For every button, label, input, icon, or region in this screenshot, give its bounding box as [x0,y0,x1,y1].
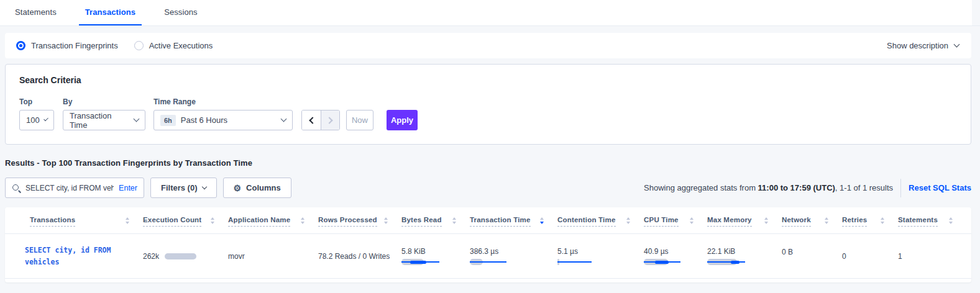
column-header-cpu-time[interactable]: CPU Time [644,216,707,233]
chevron-down-icon [954,42,960,48]
search-icon [12,184,21,192]
table-header-row: Transactions Execution Count Application… [5,207,971,234]
column-header-bytes-read[interactable]: Bytes Read [401,216,470,233]
apply-button[interactable]: Apply [387,110,418,130]
column-header-execution-count[interactable]: Execution Count [143,216,228,233]
view-toggle-panel: Transaction Fingerprints Active Executio… [5,33,971,58]
by-select[interactable]: Transaction Time [63,110,145,130]
time-range-value: Past 6 Hours [181,115,227,125]
by-field: By Transaction Time [63,97,145,130]
chevron-down-icon [201,184,206,189]
search-box[interactable]: Enter [5,178,144,198]
cell-contention-time: 5.1 µs [557,247,644,265]
column-header-retries[interactable]: Retries [842,216,898,233]
aggregated-stats-area: Showing aggregated stats from 11:00 to 1… [644,179,971,197]
view-toggle-group: Transaction Fingerprints Active Executio… [16,41,213,50]
chevron-left-icon [309,117,316,124]
top-label: Top [19,97,54,106]
sort-arrows-icon[interactable] [540,216,544,224]
by-label: By [63,97,145,106]
reset-sql-stats-link[interactable]: Reset SQL Stats [909,183,971,192]
sort-arrows-icon[interactable] [384,216,388,224]
chevron-down-icon [44,117,48,122]
tab-transactions[interactable]: Transactions [79,0,142,25]
cell-application-name: movr [228,251,318,261]
table-row: SELECT city, id FROMvehicles 262k movr 7… [5,234,971,279]
transaction-time-bar [470,259,506,265]
sort-arrows-icon[interactable] [949,216,953,224]
aggregated-stats-text: Showing aggregated stats from 11:00 to 1… [644,183,893,192]
results-heading: Results - Top 100 Transaction Fingerprin… [5,158,971,168]
cell-execution-count: 262k [143,252,228,261]
radio-label: Transaction Fingerprints [31,41,118,50]
cell-rows-processed: 78.2 Reads / 0 Writes [318,251,401,261]
column-header-rows-processed[interactable]: Rows Processed [318,216,401,233]
previous-time-window-button[interactable] [302,110,321,130]
chevron-down-icon [281,116,287,122]
columns-label: Columns [246,183,281,192]
columns-button[interactable]: ⚙ Columns [223,178,291,198]
search-criteria-panel: Search Criteria Top 100 By Transaction T… [5,64,971,145]
radio-unselected-icon [134,41,144,50]
cell-transaction-time: 386.3 µs [470,247,557,265]
show-description-toggle[interactable]: Show description [887,41,959,50]
radio-label: Active Executions [149,41,213,50]
radio-transaction-fingerprints[interactable]: Transaction Fingerprints [16,41,118,50]
sort-arrows-icon[interactable] [452,216,456,224]
now-button[interactable]: Now [346,110,373,130]
by-select-value: Transaction Time [70,111,129,130]
column-header-application-name[interactable]: Application Name [228,216,318,233]
radio-selected-icon [16,41,25,50]
cell-statements: 1 [898,251,966,261]
cell-transaction-fingerprint: SELECT city, id FROMvehicles [5,245,143,268]
sort-arrows-icon[interactable] [881,216,884,224]
sql-activity-tabbar: Statements Transactions Sessions [0,0,980,26]
column-header-transaction-time[interactable]: Transaction Time [470,216,557,233]
chevron-down-icon [134,116,140,122]
cell-max-memory: 22.1 KiB [707,247,782,265]
time-range-select[interactable]: 6h Past 6 Hours [153,110,293,130]
column-header-statements[interactable]: Statements [898,216,966,233]
sort-arrows-icon[interactable] [764,216,768,224]
next-time-window-button[interactable] [321,110,339,130]
scrollbar-track [972,0,980,25]
sort-arrows-icon[interactable] [690,216,694,224]
tab-statements[interactable]: Statements [9,0,63,25]
results-controls-row: Enter Filters (0) ⚙ Columns Showing aggr… [5,178,971,198]
filters-label: Filters (0) [161,183,198,192]
time-range-label: Time Range [153,97,293,106]
cell-retries: 0 [842,251,898,261]
cpu-time-bar [644,259,680,265]
gear-icon: ⚙ [234,184,242,192]
radio-active-executions[interactable]: Active Executions [134,41,213,50]
tab-sessions[interactable]: Sessions [158,0,204,25]
column-header-max-memory[interactable]: Max Memory [707,216,782,233]
time-range-field: Time Range 6h Past 6 Hours [153,97,293,130]
search-criteria-title: Search Criteria [19,75,956,85]
execution-count-bar [165,253,196,259]
top-select-value: 100 [26,115,40,125]
filters-button[interactable]: Filters (0) [150,178,217,198]
chevron-right-icon [326,117,332,124]
column-header-network[interactable]: Network [782,216,842,233]
time-window-nav [301,110,340,130]
sort-arrows-icon[interactable] [301,216,305,224]
stats-time-range: 11:00 to 17:59 (UTC) [758,183,835,192]
time-range-badge: 6h [160,115,176,126]
top-field: Top 100 [19,97,54,130]
bytes-read-bar [401,259,439,265]
sort-arrows-icon[interactable] [825,216,828,224]
transactions-table: Transactions Execution Count Application… [5,207,971,282]
column-header-contention-time[interactable]: Contention Time [557,216,644,233]
search-input[interactable] [25,184,114,192]
page-content: Transaction Fingerprints Active Executio… [0,26,980,282]
transaction-fingerprint-link[interactable]: SELECT city, id FROMvehicles [25,245,143,268]
sort-arrows-icon[interactable] [126,216,129,224]
sort-arrows-icon[interactable] [626,216,630,224]
sort-arrows-icon[interactable] [211,216,214,224]
top-select[interactable]: 100 [19,110,54,130]
divider [900,179,901,197]
cell-network: 0 B [782,239,842,256]
column-header-transactions[interactable]: Transactions [5,216,143,233]
max-memory-bar [707,259,745,265]
